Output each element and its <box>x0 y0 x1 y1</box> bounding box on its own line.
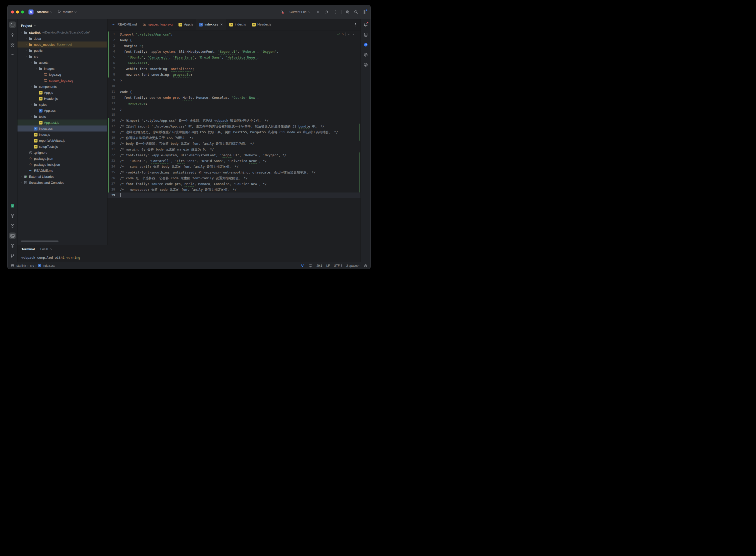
code-line-13[interactable]: 13 monospace; <box>107 101 360 106</box>
code-line-18[interactable]: 18/* 这样做的好处是, 你可以在生产环境中使用不同的 CSS 提取工具, 例… <box>107 129 360 135</box>
tree-item-package-lock.json[interactable]: {}package-lock.json <box>18 162 107 168</box>
project-widget[interactable]: starlink <box>35 9 54 15</box>
code-line-28[interactable]: 28/* monospace; 会将 code 元素的 font-family … <box>107 187 360 193</box>
code-area[interactable]: 1@import "./styles/App.css";2body {3 mar… <box>107 31 360 245</box>
search-icon[interactable] <box>353 9 358 14</box>
assistant-icon[interactable] <box>363 62 369 68</box>
tree-item-src[interactable]: src <box>18 54 107 60</box>
chevron-right-icon[interactable] <box>25 37 29 40</box>
code-line-16[interactable]: 16/* @import "./styles/App.css" 是一个 @规则,… <box>107 118 360 124</box>
inspection-widget[interactable]: 5 <box>337 33 355 36</box>
tree-item-README.md[interactable]: M↓README.md <box>18 168 107 174</box>
debug-icon[interactable] <box>324 9 329 14</box>
code-line-11[interactable]: 11code { <box>107 89 360 95</box>
code-line-8[interactable]: 8 -moz-osx-font-smoothing: grayscale; <box>107 72 360 77</box>
code-line-3[interactable]: 3 margin: 0; <box>107 43 360 49</box>
version-control-tool-icon[interactable] <box>9 252 16 259</box>
lock-icon[interactable] <box>364 264 368 268</box>
debug-muted-icon[interactable] <box>279 9 284 14</box>
run-config-selector[interactable]: Current File <box>288 9 312 15</box>
code-line-12[interactable]: 12 font-family: source-code-pro, Menlo, … <box>107 95 360 101</box>
database-icon[interactable] <box>363 32 369 38</box>
code-line-9[interactable]: 9} <box>107 77 360 83</box>
project-panel-header[interactable]: Project <box>18 22 107 29</box>
add-user-icon[interactable] <box>345 9 350 14</box>
chevron-down-icon[interactable] <box>20 31 24 34</box>
line-separator[interactable]: LF <box>326 264 330 268</box>
chevron-down-icon[interactable] <box>30 103 34 106</box>
commit-tool-icon[interactable] <box>9 32 16 38</box>
caret-position[interactable]: 29:1 <box>316 264 322 268</box>
code-line-15[interactable]: 15 <box>107 112 360 118</box>
chevron-right-icon[interactable] <box>25 49 29 52</box>
indent-style[interactable]: 2 spaces* <box>346 264 359 268</box>
prev-highlight-icon[interactable] <box>348 33 351 36</box>
code-line-17[interactable]: 17/* 当我们 import './styles/App.css' 时, 该文… <box>107 124 360 129</box>
services-tool-icon[interactable] <box>9 222 16 229</box>
tree-item-node_modules[interactable]: node_moduleslibrary root <box>18 41 107 47</box>
tree-item-setupTests.js[interactable]: JSsetupTests.js <box>18 143 107 149</box>
code-line-25[interactable]: 25/* -webkit-font-smoothing: antialiased… <box>107 170 360 175</box>
code-line-21[interactable]: 21/* margin: 0; 会将 body 元素的 margin 设置为 0… <box>107 146 360 152</box>
code-line-10[interactable]: 10 <box>107 83 360 89</box>
more-tools-icon[interactable] <box>9 51 16 58</box>
run-icon[interactable] <box>316 9 321 14</box>
structure-tool-icon[interactable] <box>9 41 16 48</box>
code-line-22[interactable]: 22/* font-family: -apple-system, BlinkMa… <box>107 152 360 158</box>
project-tool-icon[interactable] <box>9 22 16 28</box>
chevron-down-icon[interactable] <box>30 115 34 118</box>
settings-icon[interactable] <box>362 9 367 14</box>
terminal-output[interactable]: webpack compiled with 1 warning <box>18 253 360 262</box>
code-line-14[interactable]: 14} <box>107 106 360 112</box>
close-tab-icon[interactable] <box>220 23 223 26</box>
project-horizontal-scrollbar[interactable] <box>21 241 59 242</box>
code-line-24[interactable]: 24/* sans-serif; 会将 body 元素的 font-family… <box>107 164 360 170</box>
tree-item-.idea[interactable]: .idea <box>18 35 107 41</box>
tree-item-starlink[interactable]: starlink~/Desktop/Projects/SpaceX/Code/ <box>18 30 107 35</box>
tree-item-App.test.js[interactable]: JSApp.test.js <box>18 119 107 126</box>
tree-item-Header.js[interactable]: JSHeader.js <box>18 96 107 102</box>
tree-item-package.json[interactable]: {}package.json <box>18 155 107 162</box>
chevron-down-icon[interactable] <box>30 61 34 64</box>
tree-item-components[interactable]: components <box>18 83 107 90</box>
code-line-27[interactable]: 27/* font-family: source-code-pro, Menlo… <box>107 181 360 187</box>
tab-options-icon[interactable] <box>353 22 358 27</box>
tree-item-index.js[interactable]: JSindex.js <box>18 132 107 138</box>
tree-item-logo.svg[interactable]: logo.svg <box>18 71 107 77</box>
breadcrumb-index.css[interactable]: index.css <box>43 264 55 268</box>
tree-item-assets[interactable]: assets <box>18 60 107 66</box>
minimize-window-button[interactable] <box>16 10 19 13</box>
code-line-20[interactable]: 20/* body 是一个选择器, 它会将 body 元素的 font-fami… <box>107 141 360 146</box>
code-line-26[interactable]: 26/* code 是一个选择器, 它会将 code 元素的 font-fami… <box>107 175 360 181</box>
openai-icon[interactable] <box>363 51 369 58</box>
zoom-window-button[interactable] <box>21 10 24 13</box>
problems-tool-icon[interactable] <box>9 243 16 249</box>
tree-item-styles[interactable]: styles <box>18 102 107 107</box>
chevron-right-icon[interactable] <box>20 181 24 184</box>
chevron-down-icon[interactable] <box>30 85 34 88</box>
chevron-right-icon[interactable] <box>25 43 29 46</box>
code-line-6[interactable]: 6 sans-serif; <box>107 60 360 66</box>
code-line-7[interactable]: 7 -webkit-font-smoothing: antialiased; <box>107 66 360 72</box>
tree-item-External Libraries[interactable]: External Libraries <box>18 174 107 179</box>
chevron-down-icon[interactable] <box>25 55 29 58</box>
breadcrumb-src[interactable]: src <box>30 264 34 268</box>
tab-index.js[interactable]: JSindex.js <box>226 19 249 30</box>
close-icon[interactable] <box>49 247 53 251</box>
notifications-icon[interactable] <box>363 22 369 28</box>
tree-item-.gitignore[interactable]: .gitignore <box>18 149 107 155</box>
file-encoding[interactable]: UTF-8 <box>334 264 342 268</box>
code-line-4[interactable]: 4 font-family: -apple-system, BlinkMacSy… <box>107 49 360 55</box>
code-line-19[interactable]: 19/* 你可以在这里阅读更多关于 CSS 的用法。 */ <box>107 135 360 141</box>
chevron-down-icon[interactable] <box>34 67 38 70</box>
tree-item-reportWebVitals.js[interactable]: JSreportWebVitals.js <box>18 138 107 143</box>
tree-item-index.css[interactable]: 3index.css <box>18 126 107 132</box>
chevron-right-icon[interactable] <box>20 175 24 178</box>
code-line-5[interactable]: 5 'Ubuntu', 'Cantarell', 'Fira Sans', 'D… <box>107 55 360 60</box>
tab-README.md[interactable]: M↓README.md <box>109 19 140 30</box>
code-line-29[interactable]: 29 <box>107 193 360 198</box>
close-window-button[interactable] <box>11 10 14 13</box>
tree-item-public[interactable]: public <box>18 47 107 54</box>
tab-App.js[interactable]: JSApp.js <box>175 19 196 30</box>
next-highlight-icon[interactable] <box>352 33 355 36</box>
